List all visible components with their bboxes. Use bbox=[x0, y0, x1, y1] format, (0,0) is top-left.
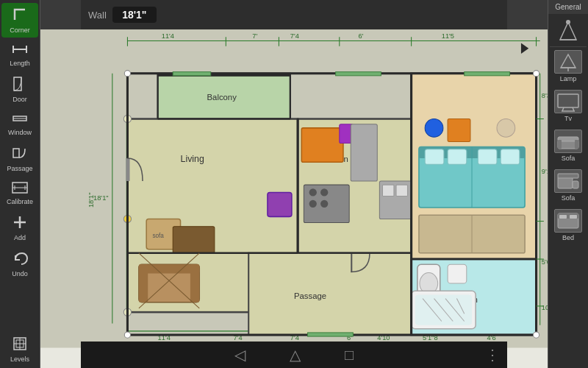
android-nav: ◁ △ □ ⋮ bbox=[81, 342, 507, 368]
wall-label: Wall bbox=[88, 10, 107, 21]
tool-corner[interactable]: Corner bbox=[1, 3, 38, 38]
tool-corner-label: Corner bbox=[10, 26, 30, 34]
svg-text:Balcony: Balcony bbox=[207, 93, 237, 102]
menu-button[interactable]: ⋮ bbox=[485, 346, 500, 364]
svg-point-122 bbox=[124, 332, 130, 338]
svg-rect-71 bbox=[268, 192, 292, 216]
svg-rect-116 bbox=[126, 158, 129, 181]
tool-door-label: Door bbox=[12, 96, 27, 103]
passage-icon bbox=[12, 145, 28, 163]
undo-icon bbox=[12, 250, 28, 269]
svg-rect-139 bbox=[558, 140, 562, 149]
tool-window[interactable]: Window bbox=[1, 108, 38, 140]
svg-point-123 bbox=[533, 332, 539, 338]
furniture-bed[interactable]: Bed bbox=[550, 206, 587, 244]
tool-calibrate-label: Calibrate bbox=[7, 198, 33, 205]
svg-point-76 bbox=[320, 188, 328, 196]
svg-rect-115 bbox=[465, 72, 510, 76]
tool-window-label: Window bbox=[8, 129, 32, 136]
svg-rect-79 bbox=[351, 124, 377, 181]
svg-rect-104 bbox=[351, 253, 352, 272]
bed-label: Bed bbox=[562, 234, 574, 241]
svg-point-83 bbox=[425, 119, 443, 138]
svg-text:7': 7' bbox=[252, 32, 257, 40]
tool-length-label: Length bbox=[10, 60, 30, 67]
tv-icon bbox=[554, 90, 582, 113]
calibrate-icon bbox=[12, 181, 28, 197]
floor-plan-svg: 11'4 7' 7'4 6' 11'5 11'4 7'4 7'4 6' 4'10 bbox=[40, 29, 548, 348]
tool-calibrate[interactable]: Calibrate bbox=[1, 177, 38, 209]
svg-rect-133 bbox=[558, 94, 578, 107]
svg-rect-114 bbox=[336, 72, 381, 76]
svg-point-78 bbox=[320, 200, 328, 208]
svg-text:5'6: 5'6 bbox=[542, 258, 548, 266]
svg-rect-6 bbox=[13, 149, 19, 158]
svg-text:8'3: 8'3 bbox=[542, 92, 548, 99]
tool-levels-label: Levels bbox=[10, 355, 29, 363]
svg-point-121 bbox=[533, 71, 539, 77]
svg-rect-90 bbox=[448, 149, 467, 165]
lamp-icon bbox=[554, 50, 582, 74]
svg-text:11'4: 11'4 bbox=[162, 32, 174, 40]
svg-rect-119 bbox=[308, 333, 354, 336]
svg-point-85 bbox=[497, 119, 515, 138]
svg-text:6': 6' bbox=[359, 32, 364, 40]
home-button[interactable]: △ bbox=[290, 346, 301, 364]
svg-rect-142 bbox=[573, 181, 578, 188]
furniture-sofa2[interactable]: Sofa bbox=[550, 166, 587, 205]
svg-rect-70 bbox=[173, 227, 215, 253]
door-icon bbox=[12, 76, 28, 94]
furniture-lamp[interactable]: Lamp bbox=[550, 47, 587, 85]
svg-rect-84 bbox=[448, 119, 470, 142]
bed-icon bbox=[554, 209, 582, 233]
tool-length[interactable]: Length bbox=[1, 39, 38, 71]
recent-button[interactable]: □ bbox=[345, 347, 354, 364]
svg-rect-82 bbox=[396, 185, 407, 196]
svg-text:9'1: 9'1 bbox=[542, 168, 548, 175]
svg-rect-92 bbox=[501, 149, 520, 165]
top-bar: Wall 18'1" bbox=[81, 0, 507, 29]
sofa2-icon bbox=[554, 169, 582, 193]
svg-text:10'1: 10'1 bbox=[542, 304, 548, 311]
tool-add[interactable]: Add bbox=[1, 210, 38, 245]
svg-rect-81 bbox=[382, 185, 393, 196]
svg-rect-97 bbox=[448, 264, 467, 283]
svg-point-120 bbox=[124, 71, 130, 77]
sofa1-icon bbox=[554, 130, 582, 153]
tool-door[interactable]: Door bbox=[1, 72, 38, 107]
tool-add-label: Add bbox=[14, 234, 26, 241]
tool-levels[interactable]: Levels bbox=[1, 332, 38, 367]
levels-icon bbox=[12, 336, 28, 354]
sofa1-label: Sofa bbox=[562, 155, 576, 162]
svg-text:sofa: sofa bbox=[152, 233, 164, 239]
general-section-label: General bbox=[548, 0, 588, 14]
back-button[interactable]: ◁ bbox=[234, 346, 245, 364]
right-panel: General Lamp bbox=[548, 0, 588, 368]
floor-plan-canvas[interactable]: 11'4 7' 7'4 6' 11'5 11'4 7'4 7'4 6' 4'10 bbox=[40, 29, 548, 368]
svg-point-130 bbox=[566, 20, 570, 24]
svg-rect-67 bbox=[190, 264, 199, 302]
svg-point-75 bbox=[309, 188, 317, 196]
svg-rect-3 bbox=[14, 77, 21, 91]
furniture-sofa1[interactable]: Sofa bbox=[550, 127, 587, 165]
svg-rect-140 bbox=[575, 140, 578, 149]
length-icon bbox=[12, 43, 28, 58]
tool-undo[interactable]: Undo bbox=[1, 247, 38, 281]
lamp-label: Lamp bbox=[560, 75, 577, 82]
furniture-tv[interactable]: Tv bbox=[550, 87, 587, 125]
svg-text:7'4: 7'4 bbox=[290, 32, 299, 40]
general-icon bbox=[550, 14, 587, 47]
svg-text:11'5: 11'5 bbox=[442, 32, 454, 40]
svg-rect-147 bbox=[570, 215, 577, 219]
left-toolbar: Corner Length Door Window Passage bbox=[0, 0, 40, 368]
svg-rect-89 bbox=[425, 149, 444, 165]
tool-passage[interactable]: Passage bbox=[1, 141, 38, 176]
window-icon bbox=[12, 112, 28, 127]
svg-rect-58 bbox=[248, 253, 411, 335]
svg-rect-143 bbox=[558, 174, 578, 178]
svg-rect-146 bbox=[559, 215, 567, 219]
svg-text:18'1": 18'1" bbox=[93, 194, 108, 202]
wall-value[interactable]: 18'1" bbox=[112, 7, 157, 23]
svg-rect-113 bbox=[173, 72, 210, 76]
sofa2-label: Sofa bbox=[562, 194, 576, 202]
